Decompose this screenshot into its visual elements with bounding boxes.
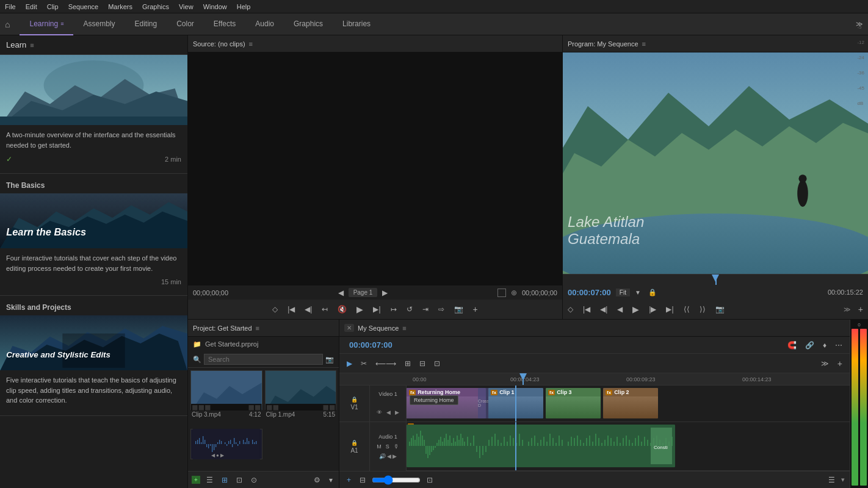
- clip-3[interactable]: fx Clip 3: [546, 388, 601, 418]
- menu-help[interactable]: Help: [237, 3, 251, 10]
- markers-btn[interactable]: ♦: [820, 340, 829, 351]
- tab-effects[interactable]: Effects: [204, 13, 245, 35]
- timeline-zoom-out[interactable]: ⊟: [357, 475, 368, 486]
- source-frame-icon[interactable]: [497, 289, 506, 297]
- timeline-zoom-slider[interactable]: [372, 475, 421, 485]
- program-controls-overflow[interactable]: ≫: [844, 306, 851, 314]
- tab-assembly[interactable]: Assembly: [73, 13, 125, 35]
- tab-learning[interactable]: Learning ≡: [20, 13, 73, 35]
- creative-thumbnail[interactable]: Creative and Stylistic Edits: [0, 315, 187, 370]
- timeline-add-track-btn[interactable]: +: [835, 357, 845, 370]
- tab-libraries[interactable]: Libraries: [333, 13, 380, 35]
- program-play[interactable]: ▶: [630, 303, 642, 315]
- source-overwrite[interactable]: ⇨: [436, 304, 447, 315]
- auto-match-btn[interactable]: ⊡: [234, 475, 245, 486]
- tab-graphics[interactable]: Graphics: [284, 13, 333, 35]
- track-a1-mute[interactable]: M: [375, 443, 383, 450]
- menu-file[interactable]: File: [5, 3, 16, 10]
- camera-snap-icon[interactable]: 📷: [325, 356, 334, 364]
- track-a1-content[interactable]: fx: [407, 422, 850, 470]
- track-v1-content[interactable]: Cross fx Returning Home Returning Home: [407, 386, 850, 422]
- ripple-tool[interactable]: ⟵⟶: [373, 358, 399, 369]
- fit-dropdown-icon[interactable]: ▼: [635, 289, 641, 296]
- razor-tool[interactable]: ✂: [358, 358, 369, 369]
- menu-graphics[interactable]: Graphics: [142, 3, 169, 10]
- track-a1-solo[interactable]: S: [385, 443, 391, 450]
- clip-1[interactable]: fx Clip 1: [488, 388, 543, 418]
- source-settings-icon[interactable]: ⊕: [511, 289, 517, 297]
- basics-thumbnail[interactable]: Learn the Basics: [0, 193, 187, 248]
- source-go-in[interactable]: ↤: [319, 304, 330, 315]
- menu-clip[interactable]: Clip: [47, 3, 59, 10]
- source-prev-edit[interactable]: |◀: [285, 304, 297, 315]
- clip-2[interactable]: fx Clip 2: [603, 388, 658, 418]
- program-add-marker[interactable]: ◇: [565, 304, 576, 315]
- timeline-overflow-btn[interactable]: ≫: [819, 358, 831, 369]
- track-a1-mic[interactable]: 🎙: [392, 443, 400, 450]
- program-go-prev-edit[interactable]: |◀: [580, 304, 593, 315]
- zoom-in-btn[interactable]: ⊞: [402, 358, 413, 369]
- panel-overflow-btn[interactable]: ▾: [327, 475, 335, 486]
- track-v1-eye[interactable]: 👁: [375, 409, 383, 416]
- source-step-back[interactable]: ◀|: [302, 304, 314, 315]
- tab-audio[interactable]: Audio: [245, 13, 284, 35]
- source-go-out[interactable]: ↦: [388, 304, 399, 315]
- program-step-fwd[interactable]: |▶: [646, 304, 659, 315]
- page-prev-btn[interactable]: ◀: [336, 287, 346, 298]
- page-next-btn[interactable]: ▶: [380, 287, 390, 298]
- track-v1-prev[interactable]: ◀: [385, 409, 392, 416]
- program-add-btn[interactable]: +: [856, 303, 866, 315]
- timeline-panel-overflow[interactable]: ▾: [841, 476, 845, 484]
- source-mute[interactable]: 🔇: [335, 304, 349, 315]
- settings-btn[interactable]: ⚙: [311, 475, 323, 486]
- audio-clip-main[interactable]: Consti: [407, 425, 675, 467]
- program-trim-prev[interactable]: ⟨⟨: [681, 304, 692, 315]
- program-menu-icon[interactable]: ≡: [642, 40, 646, 48]
- timeline-menu-icon[interactable]: ≡: [402, 325, 406, 332]
- select-tool[interactable]: ▶: [344, 358, 355, 369]
- source-add[interactable]: +: [471, 303, 480, 315]
- clip-item-audio[interactable]: ◀ ● ▶: [190, 429, 262, 469]
- fit-timeline-btn[interactable]: ⊡: [432, 358, 443, 369]
- program-play-back[interactable]: ◀: [615, 304, 625, 315]
- project-menu-icon[interactable]: ≡: [256, 325, 259, 332]
- source-insert[interactable]: ⇥: [420, 304, 431, 315]
- source-mark-in[interactable]: ◇: [270, 304, 280, 315]
- timeline-fit-seq[interactable]: ⊡: [424, 475, 435, 486]
- learn-menu-icon[interactable]: ≡: [30, 41, 34, 49]
- source-next-edit[interactable]: ▶|: [371, 304, 383, 315]
- menu-markers[interactable]: Markers: [108, 3, 132, 10]
- link-btn[interactable]: 🔗: [803, 340, 817, 351]
- menu-view[interactable]: View: [179, 3, 193, 10]
- snap-btn[interactable]: 🧲: [785, 340, 799, 351]
- program-step-back[interactable]: ◀|: [598, 304, 610, 315]
- home-icon[interactable]: ⌂: [5, 20, 10, 29]
- overview-thumbnail[interactable]: [0, 55, 187, 125]
- source-play[interactable]: ▶: [354, 303, 366, 315]
- grid-view-btn[interactable]: ⊞: [219, 475, 230, 486]
- source-menu-icon[interactable]: ≡: [249, 40, 253, 48]
- fit-label[interactable]: Fit: [616, 289, 630, 296]
- clip-returning-home[interactable]: fx Returning Home Returning Home: [407, 388, 486, 418]
- list-view-btn[interactable]: ☰: [204, 475, 215, 486]
- new-bin-btn[interactable]: +: [192, 476, 200, 484]
- sort-btn[interactable]: ⊙: [248, 475, 259, 486]
- program-camera[interactable]: 📷: [713, 304, 727, 315]
- program-trim-next[interactable]: ⟩⟩: [697, 304, 708, 315]
- timeline-close-btn[interactable]: ✕: [344, 324, 354, 332]
- tab-color[interactable]: Color: [167, 13, 204, 35]
- source-loop[interactable]: ↺: [404, 304, 415, 315]
- more-tools-btn[interactable]: ⋯: [833, 340, 845, 351]
- clip-item-1[interactable]: Clip 1.mp4 5:15: [265, 370, 337, 426]
- timeline-panel-menu[interactable]: ☰: [826, 475, 837, 486]
- menu-edit[interactable]: Edit: [26, 3, 37, 10]
- menu-window[interactable]: Window: [203, 3, 227, 10]
- clip-item-3[interactable]: Clip 3.mp4 4:12: [190, 370, 262, 426]
- timeline-zoom-in[interactable]: +: [344, 475, 353, 486]
- zoom-out-btn[interactable]: ⊟: [417, 358, 428, 369]
- source-camera[interactable]: 📷: [452, 304, 466, 315]
- track-v1-next[interactable]: ▶: [394, 409, 400, 416]
- project-search-input[interactable]: [204, 354, 323, 365]
- program-go-next-edit[interactable]: ▶|: [664, 304, 676, 315]
- menu-sequence[interactable]: Sequence: [68, 3, 99, 10]
